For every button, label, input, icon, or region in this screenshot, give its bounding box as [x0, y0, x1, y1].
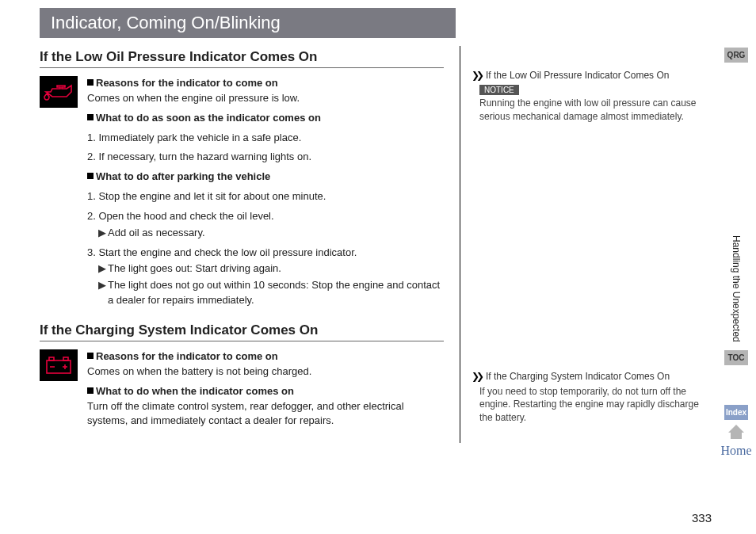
qrg-button[interactable]: QRG — [724, 48, 748, 63]
charge-todo-heading: What to do when the indicator comes on — [87, 384, 444, 399]
svg-rect-2 — [63, 357, 68, 360]
toc-button[interactable]: TOC — [724, 350, 748, 365]
page-banner: Indicator, Coming On/Blinking — [40, 8, 456, 38]
home-icon — [728, 425, 744, 433]
oil-todo-soon-heading: What to do as soon as the indicator come… — [87, 111, 444, 126]
charge-todo-text: Turn off the climate control system, rea… — [87, 399, 444, 429]
charge-side-title: If the Charging System Indicator Comes O… — [472, 371, 709, 382]
oil-reason-text: Comes on when the engine oil pressure is… — [87, 91, 444, 106]
notice-tag: NOTICE — [479, 85, 519, 95]
charge-divider — [40, 341, 444, 341]
charge-side-body: If you need to stop temporarily, do not … — [472, 385, 709, 425]
charge-reason-heading: Reasons for the indicator to come on — [87, 349, 444, 364]
oil-step-5a: ▶The light goes out: Start driving again… — [87, 261, 444, 277]
page-number: 333 — [692, 511, 712, 524]
charge-reason-text: Comes on when the battery is not being c… — [87, 364, 444, 380]
charge-section-title: If the Charging System Indicator Comes O… — [40, 322, 444, 338]
oil-step-1: 1. Immediately park the vehicle in a saf… — [87, 131, 444, 146]
oil-side-body: Running the engine with low oil pressure… — [472, 97, 709, 124]
index-button[interactable]: Index — [724, 405, 748, 420]
oil-pressure-icon — [40, 76, 78, 108]
svg-rect-1 — [49, 357, 54, 360]
oil-step-3: 1. Stop the engine and let it sit for ab… — [87, 189, 444, 204]
section-label: Handling the Unexpected — [731, 235, 742, 342]
oil-after-park-heading: What to do after parking the vehicle — [87, 170, 444, 185]
nav-rail: QRG Handling the Unexpected TOC Index Ho… — [723, 48, 750, 458]
oil-step-5: 3. Start the engine and check the low oi… — [87, 246, 444, 261]
oil-divider — [40, 67, 444, 68]
oil-section-title: If the Low Oil Pressure Indicator Comes … — [40, 49, 444, 65]
oil-step-5b: ▶The light does not go out within 10 sec… — [87, 278, 444, 308]
side-notes: If the Low Oil Pressure Indicator Comes … — [460, 46, 709, 443]
oil-step-2: 2. If necessary, turn the hazard warning… — [87, 150, 444, 165]
battery-icon — [40, 349, 78, 381]
oil-reason-heading: Reasons for the indicator to come on — [87, 76, 444, 91]
oil-step-4a: ▶Add oil as necessary. — [87, 226, 444, 241]
oil-step-4: 2. Open the hood and check the oil level… — [87, 209, 444, 224]
home-button[interactable]: Home — [720, 420, 751, 458]
oil-side-title: If the Low Oil Pressure Indicator Comes … — [472, 70, 709, 81]
main-content: If the Low Oil Pressure Indicator Comes … — [40, 46, 444, 443]
